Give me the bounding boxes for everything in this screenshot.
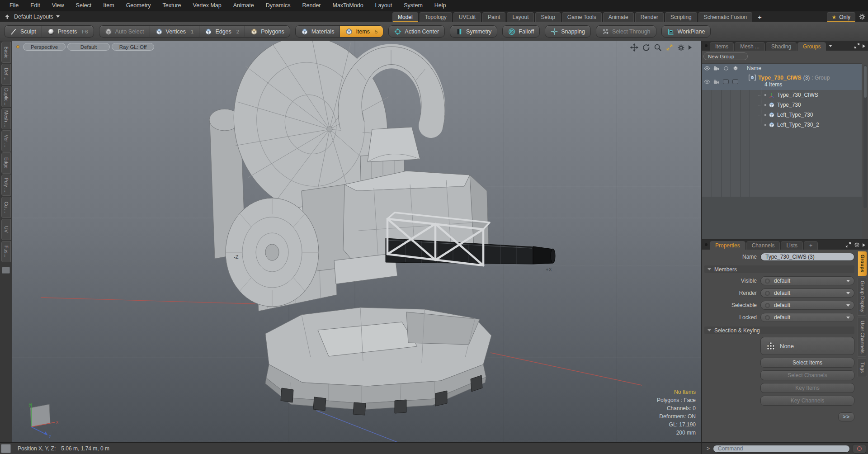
- snapping-button[interactable]: Snapping: [545, 26, 590, 37]
- tree-item-left-type-730[interactable]: Left_Type_730: [702, 110, 862, 120]
- workplane-button[interactable]: WorkPlane: [662, 26, 711, 37]
- camera-view-selector[interactable]: Perspective: [23, 43, 66, 51]
- tab-channels[interactable]: Channels: [746, 241, 780, 250]
- menu-item[interactable]: Item: [97, 0, 120, 11]
- panel-menu-arrow-icon[interactable]: [863, 44, 865, 48]
- selection-keying-section-header[interactable]: Selection & Keying: [704, 326, 854, 334]
- add-tab-button[interactable]: +: [754, 12, 766, 22]
- menu-file[interactable]: File: [4, 0, 24, 11]
- tree-item-type-730[interactable]: Type_730: [702, 100, 862, 110]
- tab-list-dropdown-icon[interactable]: [829, 45, 832, 47]
- viewport-3d[interactable]: Perspective Default Ray GL: Off +X -Z No…: [12, 41, 701, 442]
- default-layouts-dropdown[interactable]: Default Layouts: [14, 14, 60, 20]
- menu-texture[interactable]: Texture: [157, 0, 187, 11]
- macro-record-button[interactable]: [853, 444, 866, 454]
- menu-vertex-map[interactable]: Vertex Map: [187, 0, 227, 11]
- items-mode-button[interactable]: Items5: [340, 26, 383, 37]
- left-tab-curve[interactable]: Cu ...: [1, 197, 11, 218]
- tab-model[interactable]: Model: [392, 12, 418, 22]
- left-tab-polygon[interactable]: Poly ...: [1, 175, 11, 196]
- left-tab-edge[interactable]: Edge: [1, 152, 11, 174]
- camera-icon[interactable]: [713, 79, 720, 85]
- left-tab-vertex[interactable]: Ver ...: [1, 130, 11, 151]
- selection-mode-none-button[interactable]: None: [760, 337, 854, 355]
- falloff-button[interactable]: Falloff: [503, 26, 539, 37]
- members-section-header[interactable]: Members: [704, 265, 854, 273]
- tab-uvedit[interactable]: UVEdit: [453, 12, 481, 22]
- viewport-menu-arrow-icon[interactable]: [689, 45, 692, 50]
- render-dropdown[interactable]: default: [760, 288, 854, 298]
- raygl-toggle[interactable]: Ray GL: Off: [112, 43, 154, 51]
- auto-select-button[interactable]: Auto Select: [99, 26, 150, 37]
- key-items-button[interactable]: Key Items: [760, 383, 854, 393]
- add-panel-tab-button[interactable]: +: [804, 241, 818, 250]
- edges-mode-button[interactable]: Edges2: [199, 26, 245, 37]
- presets-button[interactable]: PresetsF6: [42, 26, 94, 37]
- tab-topology[interactable]: Topology: [420, 12, 452, 22]
- expand-panel-icon[interactable]: [845, 242, 851, 248]
- tab-schematic-fusion[interactable]: Schematic Fusion: [698, 12, 752, 22]
- tab-items[interactable]: Items: [710, 42, 734, 51]
- side-tab-tags[interactable]: Tags: [858, 358, 867, 377]
- group-name[interactable]: Type_730_CIWS: [758, 75, 802, 81]
- materials-mode-button[interactable]: Materials: [296, 26, 340, 37]
- tab-properties[interactable]: Properties: [710, 241, 745, 250]
- left-tab-duplicate[interactable]: Duplic...: [1, 86, 11, 107]
- menu-system[interactable]: System: [398, 0, 429, 11]
- tab-groups[interactable]: Groups: [797, 42, 826, 51]
- sculpt-button[interactable]: Sculpt: [5, 26, 42, 37]
- select-through-button[interactable]: Select Through: [596, 26, 656, 37]
- locked-checkbox[interactable]: [732, 79, 738, 84]
- group-name-field[interactable]: [760, 253, 854, 261]
- tree-item-type-730-ciws[interactable]: Type_730_CIWS: [702, 90, 862, 100]
- group-row-type-730-ciws[interactable]: Type_730_CIWS (3) : Group 4 Items: [702, 73, 862, 90]
- polygons-mode-button[interactable]: Polygons: [245, 26, 289, 37]
- corner-grip[interactable]: [1, 444, 11, 453]
- rotate-icon[interactable]: [642, 43, 650, 52]
- panel-menu-arrow-icon[interactable]: [863, 243, 865, 247]
- key-channels-button[interactable]: Key Channels: [760, 396, 854, 406]
- layout-settings-button[interactable]: [859, 12, 866, 22]
- palette-handle[interactable]: [2, 267, 10, 274]
- pin-layout-icon[interactable]: [4, 13, 11, 20]
- menu-maxtomodo[interactable]: MaxToModo: [327, 0, 369, 11]
- panel-pin-icon[interactable]: [705, 44, 708, 47]
- favorites-only-toggle[interactable]: ★ Only: [827, 12, 855, 22]
- panel-gear-icon[interactable]: [854, 242, 860, 248]
- menu-select[interactable]: Select: [70, 0, 98, 11]
- tab-lists[interactable]: Lists: [781, 241, 803, 250]
- side-tab-group-display[interactable]: Group Display: [858, 278, 867, 316]
- tab-shading[interactable]: Shading: [766, 42, 797, 51]
- tab-scripting[interactable]: Scripting: [665, 12, 697, 22]
- panel-pin-icon[interactable]: [705, 243, 708, 246]
- menu-animate[interactable]: Animate: [227, 0, 260, 11]
- viewport-rotation-dot[interactable]: [16, 45, 19, 48]
- vertices-mode-button[interactable]: Vertices1: [150, 26, 199, 37]
- tab-animate[interactable]: Animate: [603, 12, 634, 22]
- tab-mesh-ops[interactable]: Mesh ...: [735, 42, 765, 51]
- menu-edit[interactable]: Edit: [24, 0, 46, 11]
- zoom-icon[interactable]: [654, 43, 662, 52]
- name-column-header[interactable]: Name: [740, 65, 761, 71]
- tab-render[interactable]: Render: [635, 12, 664, 22]
- left-tab-fusion[interactable]: Fus...: [1, 241, 11, 262]
- tab-layout[interactable]: Layout: [507, 12, 534, 22]
- tab-setup[interactable]: Setup: [535, 12, 560, 22]
- menu-geometry[interactable]: Geometry: [120, 0, 157, 11]
- left-tab-uv[interactable]: UV: [1, 219, 11, 240]
- selectable-dropdown[interactable]: default: [760, 301, 854, 310]
- action-center-button[interactable]: Action Center: [389, 26, 444, 37]
- menu-layout[interactable]: Layout: [369, 0, 398, 11]
- viewport-options-gear-icon[interactable]: [677, 44, 685, 52]
- new-group-button[interactable]: New Group: [703, 52, 748, 60]
- menu-help[interactable]: Help: [429, 0, 452, 11]
- left-tab-deform[interactable]: Def ...: [1, 64, 11, 85]
- menu-dynamics[interactable]: Dynamics: [260, 0, 297, 11]
- menu-view[interactable]: View: [46, 0, 70, 11]
- command-input[interactable]: [713, 445, 850, 453]
- maximize-icon[interactable]: [665, 43, 674, 52]
- more-options-button[interactable]: >>: [838, 412, 854, 421]
- pan-icon[interactable]: [630, 43, 638, 52]
- tab-paint[interactable]: Paint: [482, 12, 505, 22]
- tab-game-tools[interactable]: Game Tools: [562, 12, 602, 22]
